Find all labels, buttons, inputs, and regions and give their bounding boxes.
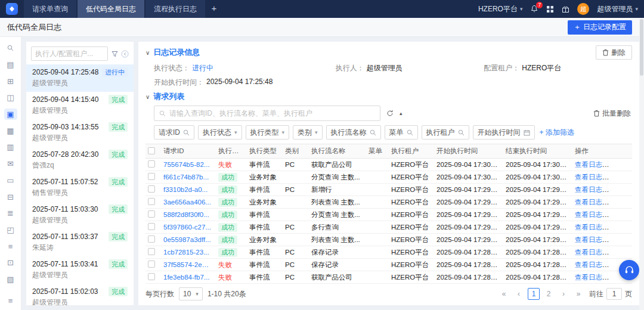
log-search-input[interactable]: 执行人/配置租户... [31,46,108,61]
table-row[interactable]: f661c74b87b...成功业务对象分页查询 主数...HZERO平台202… [145,171,632,184]
tenant-select[interactable]: HZERO平台 ▾ [478,4,523,14]
page-number-button[interactable]: 1 [528,288,540,300]
module-settings-icon[interactable]: ⊡ [4,257,17,269]
view-log-link[interactable]: 查看日志 [575,224,609,231]
new-tab-button[interactable]: + [206,0,222,18]
collapse-sidebar-icon[interactable]: ≡ [4,294,17,306]
filter-funnel-icon[interactable] [112,51,118,57]
view-log-link[interactable]: 查看日志 [575,274,609,281]
select-all-checkbox[interactable] [148,147,155,154]
request-id-link[interactable]: 1cb72815-23... [160,249,215,256]
request-id-link[interactable]: 0e55987a3dff... [160,236,215,243]
table-row[interactable]: 755674b5-82...失败事件流PC获取产品公司HZERO平台2025-0… [145,159,632,171]
module-archive-icon[interactable]: ▧ [4,274,17,286]
row-checkbox[interactable] [148,273,155,280]
scrollbar-thumb[interactable] [640,19,643,76]
request-id-link[interactable]: 5f397860-c27... [160,224,215,231]
module-grid-icon[interactable]: ▦ [4,125,17,137]
filter-chip[interactable]: 执行类型▾ [246,125,290,140]
table-row[interactable]: 5f397860-c27...成功事件流PC多行查询HZERO平台2025-09… [145,221,632,234]
row-checkbox[interactable] [148,248,155,255]
view-log-link[interactable]: 查看日志 [575,161,609,168]
apps-grid-icon[interactable] [546,5,554,13]
request-id-link[interactable]: f661c74b87b... [160,173,215,181]
filter-chip[interactable]: 执行租户 [422,125,469,140]
filter-chip[interactable]: 执行流名称 [326,125,381,140]
table-row[interactable]: 37f58574-2e7...失败事件流PC保存记录HZERO平台2025-09… [145,259,632,271]
page-first-button[interactable]: « [498,288,510,300]
view-log-link[interactable]: 查看日志 [575,249,609,256]
view-log-link[interactable]: 查看日志 [575,186,609,193]
view-log-link[interactable]: 查看日志 [575,199,609,206]
user-menu[interactable]: 超级管理员 ▾ [597,4,638,14]
view-log-link[interactable]: 查看日志 [575,173,609,181]
workspace-tab[interactable]: 低代码全局日志 [78,0,144,18]
gift-icon[interactable] [562,5,569,13]
row-checkbox[interactable] [148,210,155,218]
table-row[interactable]: 0e55987a3dff...成功业务对象列表查询 主数...HZERO平台20… [145,234,632,246]
page-prev-button[interactable]: ‹ [513,288,525,300]
list-item[interactable]: 2025-09-04 14:15:40完成超级管理员 [26,92,134,119]
filter-chip[interactable]: 菜单 [385,125,418,140]
rows-per-page-select[interactable]: 10 ▾ [179,287,203,300]
filter-chip[interactable]: 请求ID [154,125,194,140]
module-monitor-icon[interactable]: ◰ [4,224,17,236]
table-row[interactable]: 3ae656aa406...成功业务对象列表查询 主数...HZERO平台202… [145,196,632,209]
app-logo-icon[interactable] [6,3,18,15]
request-id-link[interactable]: 588f2d8f30f0... [160,211,215,218]
view-log-link[interactable]: 查看日志 [575,236,609,243]
filter-chip[interactable]: 执行状态▾ [198,125,242,140]
row-checkbox[interactable] [148,160,155,168]
page-scrollbar[interactable] [639,18,644,310]
notifications-bell-icon[interactable]: 7 [530,5,538,13]
table-row[interactable]: 588f2d8f30f0...成功事件流分页查询 主数...HZERO平台202… [145,209,632,221]
request-id-link[interactable]: 37f58574-2e7... [160,261,215,268]
collapse-panel-icon[interactable] [121,50,129,58]
module-mail-icon[interactable]: ✉ [4,158,17,170]
module-pages-icon[interactable]: ◫ [4,92,17,104]
module-dashboard-icon[interactable]: ▤ [4,59,17,71]
row-checkbox[interactable] [148,198,155,205]
page-next-button[interactable]: › [558,288,569,300]
request-id-link[interactable]: 755674b5-82... [160,161,215,168]
filter-chip[interactable]: 开始执行时间 [473,125,535,140]
workspace-tab[interactable]: 请求单查询 [24,0,76,18]
add-filter-button[interactable]: + 添加筛选 [540,128,574,138]
table-row[interactable]: 1fe3eb84-fb7...失败事件流PC获取产品公司HZERO平台2025-… [145,271,632,284]
row-checkbox[interactable] [148,223,155,230]
list-item[interactable]: 2025-09-03 14:13:55完成超级管理员 [26,119,134,147]
list-item[interactable]: 2025-07-11 15:03:37完成朱延涛 [26,229,134,256]
module-flow-icon[interactable]: ⊟ [4,191,17,203]
user-avatar[interactable]: 超 [577,3,589,15]
request-id-link[interactable]: 3ae656aa406... [160,199,215,206]
list-item[interactable]: 2025-07-11 15:03:41完成超级管理员 [26,256,134,284]
refresh-icon[interactable] [386,110,394,117]
delete-log-button[interactable]: 删除 [596,45,632,60]
row-checkbox[interactable] [148,235,155,243]
log-config-button[interactable]: ＋ 日志记录配置 [568,20,632,35]
row-checkbox[interactable] [148,185,155,193]
list-item[interactable]: 2025-07-11 15:03:30完成超级管理员 [26,202,134,229]
module-docs-icon[interactable]: ▭ [4,175,17,187]
row-checkbox[interactable] [148,261,155,268]
view-log-link[interactable]: 查看日志 [575,261,609,268]
module-apps-icon[interactable]: ⊞ [4,75,17,87]
log-info-section-header[interactable]: ∨ 日志记录信息 删除 [145,45,632,60]
row-checkbox[interactable] [148,173,155,180]
module-data-icon[interactable]: ≣ [4,207,17,219]
list-item[interactable]: 2025-07-11 15:02:03完成超级管理员 [26,284,134,305]
chat-support-button[interactable] [619,260,639,280]
list-item[interactable]: 2025-07-11 15:07:52完成销售管理员 [26,174,134,202]
page-last-button[interactable]: » [572,288,584,300]
goto-page-input[interactable]: 1 [606,288,622,300]
collapse-search-icon[interactable]: ▴ [400,110,402,116]
request-id-link[interactable]: f3310b2d-a0... [160,186,215,193]
request-search-input[interactable]: 请输入查询ID、执行流名称、菜单、执行租户 [154,106,380,121]
batch-delete-button[interactable]: 批量删除 [593,108,631,119]
view-log-link[interactable]: 查看日志 [575,211,609,218]
list-item[interactable]: 2025-07-28 20:42:30完成曾强zq [26,147,134,174]
filter-chip[interactable]: 类别▾ [293,125,323,140]
request-list-section-header[interactable]: ∨ 请求列表 [145,90,632,103]
table-row[interactable]: f3310b2d-a0...成功事件流PC新增行HZERO平台2025-09-0… [145,184,632,196]
module-list-icon[interactable]: ≡ [4,240,17,252]
